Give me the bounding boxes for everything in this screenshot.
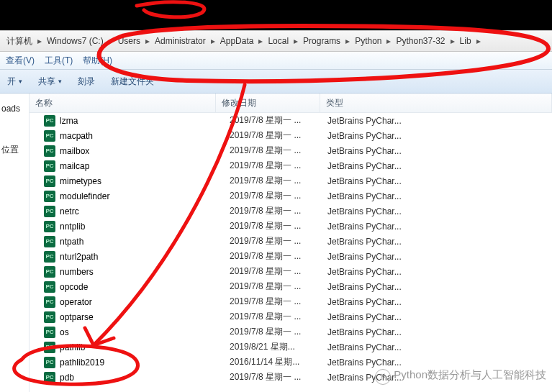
toolbar-share[interactable]: 共享: [38, 76, 62, 88]
chevron-right-icon: ▸: [344, 36, 351, 46]
window-top-blackbar: [0, 0, 552, 30]
file-row[interactable]: PCnumbers2019/7/8 星期一 ...JetBrains PyCha…: [30, 264, 552, 279]
sidebar-downloads[interactable]: oads: [0, 99, 29, 118]
file-row[interactable]: PCmailbox2019/7/8 星期一 ...JetBrains PyCha…: [30, 143, 552, 158]
python-file-icon: PC: [44, 236, 55, 247]
file-date: 2019/7/8 星期一 ...: [224, 129, 322, 142]
file-name: netrc: [60, 206, 79, 216]
column-modified[interactable]: 修改日期: [216, 94, 320, 112]
chevron-right-icon: ▸: [449, 36, 456, 46]
file-name: nntplib: [60, 222, 85, 232]
file-row[interactable]: PCos2019/7/8 星期一 ...JetBrains PyChar...: [30, 324, 552, 339]
menu-help[interactable]: 帮助(H): [83, 55, 112, 67]
file-date: 2019/7/8 星期一 ...: [224, 311, 322, 323]
file-type: JetBrains PyChar...: [322, 161, 552, 171]
file-date: 2019/7/8 星期一 ...: [224, 160, 322, 172]
chevron-right-icon: ▸: [475, 36, 482, 46]
file-row[interactable]: PCpdb2019/7/8 星期一 ...JetBrains PyChar...: [30, 370, 552, 385]
file-name: pathlib2019: [60, 357, 104, 368]
file-name: modulefinder: [60, 191, 109, 201]
file-row[interactable]: PCnturl2path2019/7/8 星期一 ...JetBrains Py…: [30, 249, 552, 264]
column-name[interactable]: 名称: [30, 94, 216, 112]
breadcrumb-seg-3[interactable]: Administrator: [151, 35, 209, 47]
file-date: 2019/7/8 星期一 ...: [224, 145, 322, 157]
file-date: 2019/7/8 星期一 ...: [224, 190, 322, 202]
file-type: JetBrains PyChar...: [322, 252, 552, 262]
chevron-right-icon: ▸: [36, 36, 43, 46]
file-row[interactable]: PCmailcap2019/7/8 星期一 ...JetBrains PyCha…: [30, 158, 552, 173]
file-name: ntpath: [60, 237, 83, 247]
file-row[interactable]: PCoperator2019/7/8 星期一 ...JetBrains PyCh…: [30, 294, 552, 309]
breadcrumb-seg-5[interactable]: Local: [264, 35, 292, 47]
column-headers: 名称 修改日期 类型: [30, 94, 552, 113]
file-name: macpath: [60, 131, 93, 141]
file-type: JetBrains PyChar...: [322, 282, 552, 292]
file-name: mailcap: [60, 161, 89, 171]
file-date: 2016/11/14 星期...: [224, 356, 322, 368]
sidebar: oads 位置: [0, 94, 30, 392]
file-type: JetBrains PyChar...: [322, 146, 552, 156]
file-date: 2019/7/8 星期一 ...: [224, 220, 322, 232]
python-file-icon: PC: [44, 327, 55, 338]
toolbar-open[interactable]: 开: [7, 76, 22, 88]
file-name: pathlib: [60, 342, 85, 352]
python-file-icon: PC: [44, 160, 55, 172]
menu-bar: 查看(V) 工具(T) 帮助(H): [0, 52, 552, 70]
python-file-icon: PC: [44, 115, 55, 127]
file-row[interactable]: PCoptparse2019/7/8 星期一 ...JetBrains PyCh…: [30, 309, 552, 324]
file-row[interactable]: PCopcode2019/7/8 星期一 ...JetBrains PyChar…: [30, 279, 552, 294]
file-row[interactable]: PCmimetypes2019/7/8 星期一 ...JetBrains PyC…: [30, 173, 552, 188]
file-row[interactable]: PClzma2019/7/8 星期一 ...JetBrains PyChar..…: [30, 113, 552, 128]
breadcrumb-seg-1[interactable]: Windows7 (C:): [43, 35, 107, 47]
python-file-icon: PC: [44, 357, 55, 368]
file-type: JetBrains PyChar...: [322, 237, 552, 247]
file-type: JetBrains PyChar...: [322, 131, 552, 141]
file-type: JetBrains PyChar...: [322, 116, 552, 126]
file-type: JetBrains PyChar...: [322, 191, 552, 201]
file-date: 2019/7/8 星期一 ...: [224, 371, 322, 383]
breadcrumb-seg-6[interactable]: Programs: [299, 35, 344, 47]
file-row[interactable]: PCpathlib20192016/11/14 星期...JetBrains P…: [30, 355, 552, 370]
breadcrumb-seg-8[interactable]: Python37-32: [392, 35, 448, 47]
file-row[interactable]: PCpathlib2019/8/21 星期...JetBrains PyChar…: [30, 339, 552, 355]
breadcrumb-seg-7[interactable]: Python: [351, 35, 385, 47]
python-file-icon: PC: [44, 251, 55, 263]
menu-view[interactable]: 查看(V): [6, 55, 35, 67]
chevron-right-icon: ▸: [292, 36, 299, 46]
file-type: JetBrains PyChar...: [322, 267, 552, 277]
file-type: JetBrains PyChar...: [322, 222, 552, 232]
python-file-icon: PC: [44, 145, 55, 157]
file-name: mailbox: [60, 146, 89, 156]
breadcrumb-seg-9[interactable]: Lib: [456, 35, 475, 47]
python-file-icon: PC: [44, 221, 55, 232]
file-row[interactable]: PCmacpath2019/7/8 星期一 ...JetBrains PyCha…: [30, 128, 552, 143]
file-name: pdb: [60, 373, 74, 383]
python-file-icon: PC: [44, 206, 55, 217]
address-bar[interactable]: 计算机▸Windows7 (C:)▸Users▸Administrator▸Ap…: [0, 30, 552, 52]
file-date: 2019/7/8 星期一 ...: [224, 326, 322, 338]
breadcrumb-seg-4[interactable]: AppData: [217, 35, 258, 47]
python-file-icon: PC: [44, 176, 55, 187]
chevron-right-icon: ▸: [209, 36, 217, 46]
file-date: 2019/7/8 星期一 ...: [224, 175, 322, 187]
breadcrumb-seg-0[interactable]: 计算机: [3, 34, 36, 49]
toolbar-newfolder[interactable]: 新建文件夹: [111, 76, 154, 88]
chevron-right-icon: ▸: [257, 36, 264, 46]
file-row[interactable]: PCntpath2019/7/8 星期一 ...JetBrains PyChar…: [30, 234, 552, 249]
file-name: os: [60, 327, 69, 337]
file-row[interactable]: PCmodulefinder2019/7/8 星期一 ...JetBrains …: [30, 188, 552, 204]
file-date: 2019/7/8 星期一 ...: [224, 281, 322, 293]
file-name: nturl2path: [60, 252, 98, 262]
file-name: mimetypes: [60, 176, 101, 186]
chevron-right-icon: ▸: [385, 36, 392, 46]
column-type[interactable]: 类型: [320, 94, 552, 112]
file-row[interactable]: PCnetrc2019/7/8 星期一 ...JetBrains PyChar.…: [30, 204, 552, 219]
breadcrumb-seg-2[interactable]: Users: [114, 35, 144, 47]
toolbar-burn[interactable]: 刻录: [78, 76, 95, 88]
python-file-icon: PC: [44, 281, 55, 293]
file-row[interactable]: PCnntplib2019/7/8 星期一 ...JetBrains PyCha…: [30, 219, 552, 234]
sidebar-locations[interactable]: 位置: [0, 140, 29, 160]
file-date: 2019/8/21 星期...: [224, 341, 322, 353]
python-file-icon: PC: [44, 296, 55, 308]
menu-tools[interactable]: 工具(T): [45, 55, 73, 67]
